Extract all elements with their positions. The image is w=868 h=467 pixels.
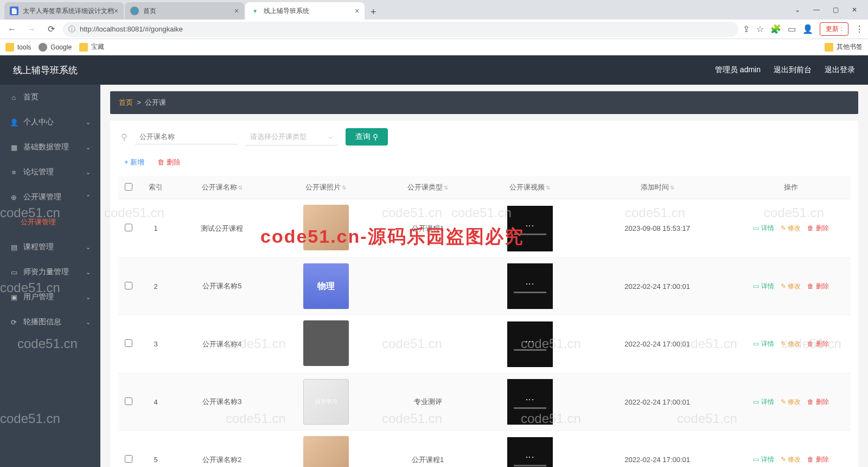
- minimize-icon[interactable]: —: [813, 6, 820, 14]
- delete-row-button[interactable]: 🗑 删除: [807, 398, 828, 406]
- row-checkbox[interactable]: [125, 397, 132, 405]
- tab-favicon-icon: ▼: [251, 7, 259, 15]
- col-time[interactable]: 添加时间⇅: [583, 176, 731, 199]
- sidebar-item[interactable]: ▦基础数据管理⌄: [0, 135, 100, 160]
- sidebar-item[interactable]: 👤个人中心⌄: [0, 110, 100, 135]
- add-button[interactable]: + 新增: [124, 157, 144, 167]
- edit-button[interactable]: ✎ 修改: [781, 456, 801, 463]
- course-thumbnail[interactable]: 自主学习: [303, 379, 349, 425]
- edit-button[interactable]: ✎ 修改: [781, 282, 801, 290]
- sidebar-item[interactable]: ⟳轮播图信息⌄: [0, 310, 100, 335]
- row-checkbox[interactable]: [125, 224, 132, 231]
- edit-button[interactable]: ✎ 修改: [781, 340, 801, 348]
- chevron-icon: ⌄: [86, 144, 91, 151]
- detail-button[interactable]: ▭ 详情: [753, 340, 774, 348]
- chevron-icon: ⌃: [86, 194, 91, 201]
- detail-button[interactable]: ▭ 详情: [753, 224, 774, 232]
- reload-button[interactable]: ⟳: [43, 22, 59, 37]
- dropdown-icon[interactable]: ⌄: [795, 6, 800, 14]
- sidebar-item[interactable]: ⌂首页: [0, 85, 100, 110]
- course-table: 索引 公开课名称⇅ 公开课照片⇅ 公开课类型⇅ 公开课视频⇅ 添加时间⇅ 操作 …: [118, 176, 851, 467]
- tab-favicon-icon: 🌐: [130, 7, 139, 15]
- detail-button[interactable]: ▭ 详情: [753, 282, 774, 290]
- cell-name: 公开课名称5: [172, 258, 272, 315]
- close-icon[interactable]: ×: [234, 7, 239, 15]
- menu-icon[interactable]: ⋮: [855, 24, 864, 34]
- course-thumbnail[interactable]: 物理: [303, 263, 349, 309]
- delete-row-button[interactable]: 🗑 删除: [807, 456, 828, 463]
- close-window-icon[interactable]: ✕: [852, 6, 857, 14]
- col-name[interactable]: 公开课名称⇅: [172, 176, 272, 199]
- col-video[interactable]: 公开课视频⇅: [476, 176, 583, 199]
- puzzle-icon[interactable]: 🧩: [770, 24, 781, 34]
- sidebar-item-label: 师资力量管理: [23, 267, 69, 277]
- current-user[interactable]: 管理员 admin: [715, 65, 761, 75]
- edit-button[interactable]: ✎ 修改: [781, 398, 801, 406]
- row-checkbox[interactable]: [125, 339, 132, 347]
- other-bookmarks[interactable]: 其他书签: [825, 42, 863, 52]
- delete-row-button[interactable]: 🗑 删除: [807, 340, 828, 348]
- detail-button[interactable]: ▭ 详情: [753, 398, 774, 406]
- delete-row-button[interactable]: 🗑 删除: [807, 282, 828, 290]
- profile-icon[interactable]: 👤: [802, 24, 813, 34]
- cell-time: 2023-09-08 15:53:17: [583, 199, 731, 258]
- detail-button[interactable]: ▭ 详情: [753, 456, 774, 463]
- browser-tab-2-active[interactable]: ▼ 线上辅导班系统 ×: [245, 2, 365, 20]
- bookmark-treasure[interactable]: 宝藏: [79, 42, 104, 52]
- sidebar-item[interactable]: ▣用户管理⌄: [0, 285, 100, 310]
- cell-photo: [272, 431, 379, 468]
- course-type-select[interactable]: 请选择公开课类型 ⌄: [246, 129, 338, 146]
- tab-title: 太平人寿签章系统详细设计文档: [23, 7, 114, 16]
- close-icon[interactable]: ×: [114, 7, 118, 15]
- browser-tab-0[interactable]: 📄 太平人寿签章系统详细设计文档 ×: [4, 2, 124, 20]
- col-type[interactable]: 公开课类型⇅: [379, 176, 476, 199]
- sidebar-item[interactable]: ≡论坛管理⌄: [0, 160, 100, 185]
- video-thumbnail[interactable]: ⋮: [507, 206, 553, 251]
- col-photo[interactable]: 公开课照片⇅: [272, 176, 379, 199]
- folder-icon: [5, 43, 14, 52]
- table-row: 4公开课名称3自主学习专业测评⋮2022-02-24 17:00:01▭ 详情✎…: [118, 374, 851, 431]
- sidebar-item[interactable]: 公开课管理: [0, 210, 100, 235]
- bookmark-google[interactable]: Google: [39, 43, 72, 52]
- video-thumbnail[interactable]: ⋮: [507, 263, 553, 309]
- search-button[interactable]: 查询⚲: [346, 128, 388, 146]
- star-icon[interactable]: ☆: [756, 24, 764, 34]
- browser-tab-1[interactable]: 🌐 首页 ×: [125, 2, 244, 20]
- row-checkbox[interactable]: [125, 455, 132, 463]
- course-thumbnail[interactable]: [303, 205, 349, 250]
- sidebar-item[interactable]: ▭师资力量管理⌄: [0, 260, 100, 285]
- row-checkbox[interactable]: [125, 282, 132, 289]
- sidebar-item-label: 首页: [23, 92, 39, 102]
- exit-to-front-button[interactable]: 退出到前台: [774, 65, 812, 75]
- info-icon[interactable]: ⓘ: [68, 24, 75, 34]
- sidebar-item[interactable]: ⊕公开课管理⌃: [0, 185, 100, 210]
- video-thumbnail[interactable]: ⋮: [507, 379, 553, 425]
- cell-video: ⋮: [476, 199, 583, 258]
- video-thumbnail[interactable]: ⋮: [507, 437, 553, 468]
- maximize-icon[interactable]: ▢: [833, 6, 839, 14]
- menu-icon: ▭: [10, 268, 18, 276]
- delete-row-button[interactable]: 🗑 删除: [807, 224, 828, 232]
- table-row: 5公开课名称2公开课程1⋮2022-02-24 17:00:01▭ 详情✎ 修改…: [118, 431, 851, 468]
- logout-button[interactable]: 退出登录: [825, 65, 855, 75]
- breadcrumb-home[interactable]: 首页: [119, 98, 133, 106]
- update-button[interactable]: 更新 :: [820, 22, 848, 36]
- share-icon[interactable]: ⇪: [743, 24, 750, 34]
- course-thumbnail[interactable]: [303, 320, 349, 366]
- url-field[interactable]: ⓘ http://localhost:8081/#/gongkaike: [63, 22, 738, 37]
- col-index[interactable]: 索引: [139, 176, 172, 199]
- forward-button[interactable]: →: [24, 22, 39, 37]
- bookmark-tools[interactable]: tools: [5, 43, 31, 52]
- select-all-checkbox[interactable]: [125, 183, 132, 191]
- back-button[interactable]: ←: [4, 22, 20, 37]
- course-thumbnail[interactable]: [303, 436, 349, 467]
- edit-button[interactable]: ✎ 修改: [781, 224, 801, 232]
- sidebar-item[interactable]: ▤课程管理⌄: [0, 235, 100, 260]
- delete-button[interactable]: 🗑 删除: [157, 157, 181, 167]
- new-tab-button[interactable]: +: [366, 4, 381, 20]
- course-name-input[interactable]: [135, 129, 238, 144]
- content-panel: ⚲ 请选择公开课类型 ⌄ 查询⚲ + 新增 🗑 删除 索引: [110, 121, 858, 467]
- reading-list-icon[interactable]: ▭: [788, 24, 796, 34]
- close-icon[interactable]: ×: [355, 7, 359, 15]
- video-thumbnail[interactable]: ⋮: [507, 321, 553, 367]
